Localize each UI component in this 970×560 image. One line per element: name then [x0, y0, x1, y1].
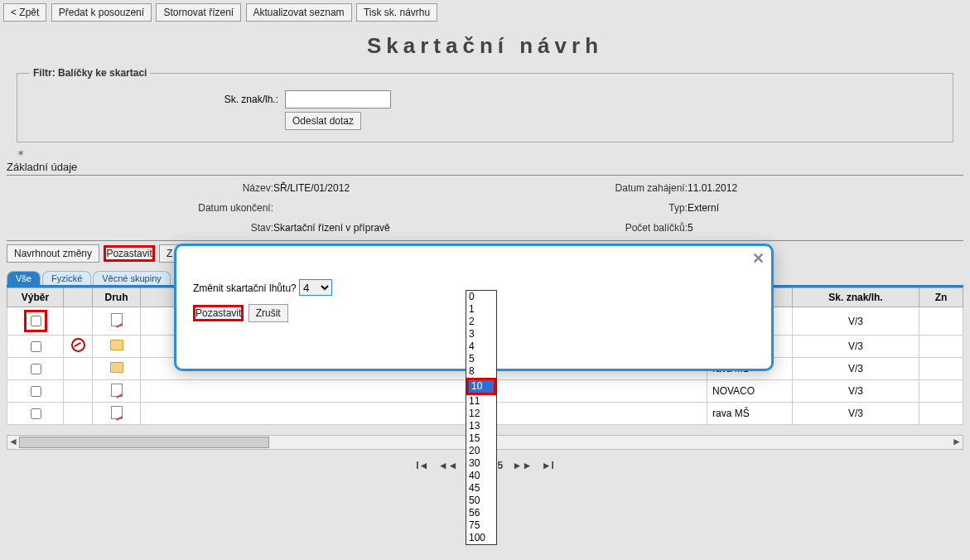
datumz-label: Datum zahájení:	[505, 182, 688, 194]
stav-value: Skartační řízení v přípravě	[273, 222, 505, 234]
cell-znak: V/3	[793, 403, 919, 425]
lhuta-option[interactable]: 4	[466, 340, 496, 353]
stornovat-button[interactable]: Stornovat řízení	[156, 3, 241, 22]
lhuta-option[interactable]: 20	[466, 445, 496, 457]
lhuta-dropdown-list[interactable]: 0123458101112131520304045505675100	[466, 290, 497, 545]
lhuta-option[interactable]: 50	[466, 495, 496, 507]
nazev-value: SŘ/LITE/01/2012	[273, 182, 505, 194]
pocet-label: Počet balíčků:	[505, 222, 688, 234]
th-znak: Sk. znak/lh.	[793, 288, 919, 307]
znak-label: Sk. znak/lh.:	[30, 94, 285, 105]
tab-fyzicke[interactable]: Fyzické	[42, 271, 91, 285]
section-title: Základní údaje	[7, 161, 963, 173]
znak-input[interactable]	[285, 90, 391, 109]
aktualizovat-button[interactable]: Aktualizovat seznam	[246, 3, 352, 22]
cell-znak: V/3	[793, 336, 919, 358]
stav-label: Stav:	[8, 222, 273, 234]
lhuta-option[interactable]: 56	[466, 507, 496, 519]
cell-znak: V/3	[793, 358, 919, 380]
lhuta-option[interactable]: 100	[466, 532, 496, 544]
block-icon	[71, 338, 85, 352]
lhuta-option[interactable]: 45	[466, 482, 496, 495]
pager-next-icon[interactable]: ►►	[513, 460, 533, 471]
tab-vecne[interactable]: Věcné skupiny	[93, 271, 171, 285]
scroll-left-icon[interactable]: ◄	[7, 436, 19, 447]
lhuta-option[interactable]: 10	[466, 378, 496, 395]
expand-icon[interactable]: ✶	[17, 147, 953, 159]
nazev-label: Název:	[8, 182, 273, 194]
lhuta-option[interactable]: 1	[466, 303, 496, 316]
pager-last-icon[interactable]: ►I	[542, 460, 554, 471]
document-icon	[111, 406, 123, 419]
back-button[interactable]: < Zpět	[3, 3, 46, 22]
lhuta-option[interactable]: 13	[466, 420, 496, 432]
filter-fieldset: Filtr: Balíčky ke skartaci Sk. znak/lh.:…	[17, 67, 953, 142]
cell-right1: NOVACO	[707, 380, 793, 403]
lhuta-option[interactable]: 75	[466, 519, 496, 532]
lhuta-option[interactable]: 8	[466, 365, 496, 378]
lhuta-select[interactable]: 4	[299, 279, 332, 296]
tisk-button[interactable]: Tisk sk. návrhu	[356, 3, 437, 22]
pager-prev-icon[interactable]: ◄◄	[438, 460, 458, 471]
close-icon[interactable]: ✕	[752, 249, 765, 268]
odeslat-button[interactable]: Odeslat dotaz	[285, 112, 361, 130]
scroll-right-icon[interactable]: ►	[951, 436, 963, 447]
lhuta-option[interactable]: 5	[466, 353, 496, 365]
datumz-value: 11.01.2012	[688, 182, 962, 194]
filter-legend: Filtr: Balíčky ke skartaci	[30, 67, 150, 79]
modal-label: Změnit skartační lhůtu?	[193, 282, 297, 294]
lhuta-option[interactable]: 12	[466, 408, 496, 420]
folder-icon	[110, 340, 123, 350]
tab-vse[interactable]: Vše	[7, 271, 41, 285]
cell-znak: V/3	[793, 307, 919, 336]
row-checkbox[interactable]	[31, 408, 41, 419]
th-zn: Zn	[919, 288, 963, 307]
top-toolbar: < Zpět Předat k posouzení Stornovat říze…	[0, 0, 970, 25]
typ-value: Externí	[688, 202, 962, 214]
scroll-thumb[interactable]	[19, 437, 269, 448]
modal-pozastavit-button[interactable]: Pozastavit	[193, 305, 244, 321]
th-druh: Druh	[93, 288, 141, 307]
typ-label: Typ:	[505, 202, 688, 214]
predat-button[interactable]: Předat k posouzení	[51, 3, 152, 22]
navrhnout-button[interactable]: Navrhnout změny	[7, 244, 99, 263]
row-checkbox[interactable]	[31, 364, 41, 374]
row-checkbox[interactable]	[31, 341, 41, 352]
cell-znak: V/3	[793, 380, 919, 403]
folder-icon	[110, 362, 123, 373]
pozastavit-button[interactable]: Pozastavit	[104, 245, 154, 262]
lhuta-option[interactable]: 40	[466, 470, 496, 482]
lhuta-option[interactable]: 2	[466, 316, 496, 328]
datumu-value	[273, 202, 505, 214]
row-checkbox-highlight[interactable]	[24, 310, 47, 332]
lhuta-option[interactable]: 0	[466, 291, 496, 303]
document-icon	[111, 313, 123, 326]
page-title: Skartační návrh	[0, 33, 970, 59]
document-icon	[111, 384, 123, 397]
info-grid: Název: SŘ/LITE/01/2012 Datum zahájení: 1…	[0, 176, 970, 240]
th-vyber: Výběr	[7, 288, 64, 307]
cell-right1: rava MŠ	[707, 403, 793, 425]
datumu-label: Datum ukončení:	[8, 202, 273, 214]
pager-first-icon[interactable]: I◄	[416, 460, 428, 471]
modal-zrusit-button[interactable]: Zrušit	[249, 304, 288, 322]
lhuta-option[interactable]: 15	[466, 432, 496, 445]
pocet-value: 5	[688, 222, 962, 234]
lhuta-option[interactable]: 3	[466, 328, 496, 340]
lhuta-option[interactable]: 11	[466, 395, 496, 408]
row-checkbox[interactable]	[31, 386, 41, 397]
th-blank	[64, 288, 93, 307]
lhuta-option[interactable]: 30	[466, 457, 496, 470]
